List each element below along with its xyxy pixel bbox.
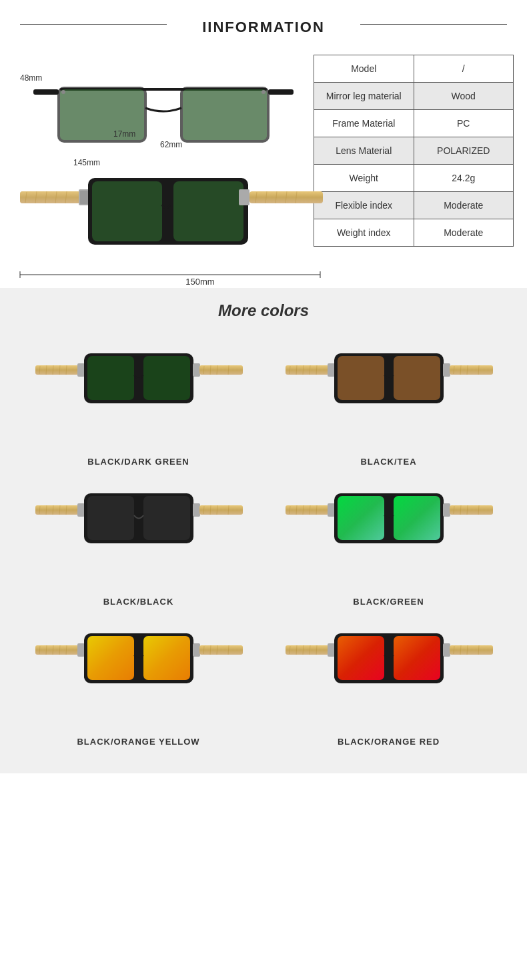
spec-row-flexible: Flexible index Moderate — [314, 192, 513, 219]
svg-rect-30 — [35, 365, 79, 375]
color-item-orange-red: BLACK/ORANGE RED — [264, 613, 514, 753]
color-label-green: BLACK/GREEN — [353, 597, 424, 607]
color-label-orange-red: BLACK/ORANGE RED — [338, 737, 440, 747]
svg-rect-36 — [77, 363, 85, 377]
svg-rect-116 — [328, 643, 335, 657]
spec-label-flexible: Flexible index — [314, 192, 414, 219]
spec-row-lens: Lens Material POLARIZED — [314, 137, 513, 165]
color-item-black: BLACK/BLACK — [13, 473, 264, 613]
svg-rect-73 — [199, 505, 243, 515]
svg-rect-118 — [338, 636, 384, 680]
dim-145-label: 145mm — [73, 158, 100, 167]
spec-label-weight: Weight — [314, 165, 414, 191]
spec-value-frame: PC — [414, 110, 514, 137]
svg-rect-4 — [268, 89, 294, 95]
dim-17-label: 17mm — [113, 129, 135, 139]
svg-rect-38 — [87, 356, 134, 400]
more-colors-section: More colors — [0, 288, 527, 773]
glasses-orange-red — [282, 627, 496, 730]
spec-row-weight: Weight 24.2g — [314, 165, 513, 192]
spec-label-model: Model — [314, 55, 414, 82]
spec-value-model: / — [414, 55, 514, 82]
svg-rect-110 — [286, 645, 329, 655]
spec-label-mirror-leg: Mirror leg material — [314, 83, 414, 109]
svg-rect-121 — [450, 645, 493, 655]
svg-rect-104 — [193, 643, 200, 657]
page-header: IINFORMATION — [0, 0, 527, 48]
more-colors-title: More colors — [0, 301, 527, 320]
svg-rect-62 — [35, 505, 79, 515]
spec-value-mirror-leg: Wood — [414, 83, 514, 109]
spec-row-model: Model / — [314, 55, 513, 83]
svg-point-6 — [261, 90, 266, 94]
svg-rect-57 — [450, 365, 493, 375]
svg-text:150mm: 150mm — [185, 277, 214, 287]
svg-rect-15 — [80, 191, 88, 204]
svg-rect-40 — [193, 363, 200, 377]
specs-table: Model / Mirror leg material Wood Frame M… — [314, 55, 514, 247]
color-label-black: BLACK/BLACK — [103, 597, 174, 607]
spec-label-weight-index: Weight index — [314, 219, 414, 246]
svg-rect-94 — [35, 645, 79, 655]
side-view-glasses: 150mm — [13, 168, 327, 288]
spec-value-weight: 24.2g — [414, 165, 514, 191]
svg-rect-25 — [239, 189, 249, 205]
svg-rect-54 — [338, 356, 384, 400]
color-label-dark-green: BLACK/DARK GREEN — [87, 457, 189, 467]
dim-62-label: 62mm — [160, 140, 182, 149]
spec-label-lens: Lens Material — [314, 137, 414, 164]
spec-value-lens: POLARIZED — [414, 137, 514, 164]
spec-row-weight-index: Weight index Moderate — [314, 219, 513, 246]
glasses-orange-yellow — [32, 627, 245, 730]
svg-rect-71 — [143, 496, 190, 540]
page-title: IINFORMATION — [0, 19, 527, 36]
svg-rect-46 — [286, 365, 329, 375]
svg-rect-70 — [87, 496, 134, 540]
color-item-dark-green: BLACK/DARK GREEN — [13, 333, 264, 473]
svg-rect-56 — [443, 363, 450, 377]
glasses-black — [32, 487, 245, 590]
svg-rect-39 — [143, 356, 190, 400]
svg-rect-68 — [77, 503, 85, 517]
color-item-green: BLACK/GREEN — [264, 473, 514, 613]
svg-rect-89 — [450, 505, 493, 515]
svg-rect-87 — [394, 496, 440, 540]
glasses-green — [282, 487, 496, 590]
spec-label-frame: Frame Material — [314, 110, 414, 137]
svg-rect-100 — [77, 643, 85, 657]
svg-rect-86 — [338, 496, 384, 540]
svg-rect-17 — [92, 181, 162, 241]
diagram-area: 48mm 17mm 62mm 145mm — [13, 55, 300, 268]
info-section: 48mm 17mm 62mm 145mm — [0, 48, 527, 288]
svg-rect-78 — [286, 505, 329, 515]
svg-rect-52 — [328, 363, 335, 377]
svg-rect-8 — [20, 191, 80, 203]
svg-rect-72 — [193, 503, 200, 517]
dim-48-label: 48mm — [20, 73, 42, 83]
svg-rect-84 — [328, 503, 335, 517]
glasses-dark-green — [32, 347, 245, 450]
svg-rect-55 — [394, 356, 440, 400]
svg-rect-41 — [199, 365, 243, 375]
spec-row-mirror-leg: Mirror leg material Wood — [314, 83, 513, 110]
svg-point-5 — [61, 90, 65, 94]
color-item-tea: BLACK/TEA — [264, 333, 514, 473]
colors-grid: BLACK/DARK GREEN — [0, 333, 527, 753]
svg-rect-102 — [87, 636, 134, 680]
spec-value-flexible: Moderate — [414, 192, 514, 219]
spec-value-weight-index: Moderate — [414, 219, 514, 246]
svg-rect-88 — [443, 503, 450, 517]
svg-rect-120 — [443, 643, 450, 657]
svg-rect-2 — [181, 88, 268, 141]
color-label-orange-yellow: BLACK/ORANGE YELLOW — [77, 737, 199, 747]
svg-rect-103 — [143, 636, 190, 680]
color-label-tea: BLACK/TEA — [360, 457, 416, 467]
svg-rect-105 — [199, 645, 243, 655]
svg-rect-119 — [394, 636, 440, 680]
svg-rect-3 — [33, 89, 59, 95]
svg-rect-18 — [173, 181, 243, 241]
color-item-orange-yellow: BLACK/ORANGE YELLOW — [13, 613, 264, 753]
spec-row-frame: Frame Material PC — [314, 110, 513, 137]
glasses-tea — [282, 347, 496, 450]
